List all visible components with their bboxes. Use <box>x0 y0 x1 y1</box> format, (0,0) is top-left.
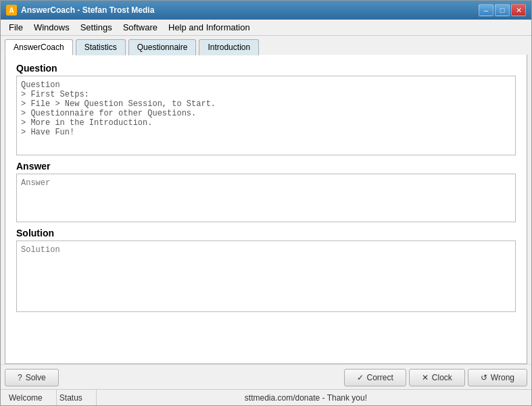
wrong-icon: ↺ <box>481 373 487 382</box>
question-section: Question <box>16 63 516 155</box>
solution-textarea[interactable] <box>16 240 516 312</box>
menu-bar: File Windows Settings Software Help and … <box>1 20 531 36</box>
tab-introduction[interactable]: Introduction <box>199 39 259 55</box>
title-bar: A AnswerCoach - Stefan Trost Media – □ ✕ <box>1 1 531 20</box>
answer-section: Answer <box>16 161 516 222</box>
answer-buttons: ✓ Correct ✕ Clock ↺ Wrong <box>344 369 528 386</box>
tab-answercoach[interactable]: AnswerCoach <box>5 39 73 55</box>
solve-icon: ? <box>18 373 22 382</box>
tab-questionnaire[interactable]: Questionnaire <box>128 39 197 55</box>
wrong-button[interactable]: ↺ Wrong <box>468 369 527 386</box>
status-bar: Welcome Status sttmedia.com/donate - Tha… <box>1 389 531 405</box>
button-bar: ? Solve ✓ Correct ✕ Clock ↺ Wrong <box>1 364 531 389</box>
menu-file[interactable]: File <box>3 21 28 34</box>
solution-section: Solution <box>16 228 516 312</box>
clock-button[interactable]: ✕ Clock <box>409 369 465 386</box>
app-icon: A <box>6 5 17 16</box>
minimize-button[interactable]: – <box>479 4 493 16</box>
title-bar-buttons: – □ ✕ <box>479 4 526 16</box>
status-status: Status <box>57 390 97 405</box>
question-textarea[interactable] <box>16 76 516 155</box>
close-button[interactable]: ✕ <box>511 4 526 16</box>
solution-label: Solution <box>16 228 516 238</box>
question-label: Question <box>16 63 516 74</box>
main-content: Question Answer Solution <box>5 55 527 364</box>
title-bar-left: A AnswerCoach - Stefan Trost Media <box>6 5 154 16</box>
menu-windows[interactable]: Windows <box>28 21 75 34</box>
tab-statistics[interactable]: Statistics <box>76 39 126 55</box>
main-window: A AnswerCoach - Stefan Trost Media – □ ✕… <box>0 0 532 406</box>
window-title: AnswerCoach - Stefan Trost Media <box>21 5 154 15</box>
tab-bar: AnswerCoach Statistics Questionnaire Int… <box>1 36 531 55</box>
correct-button[interactable]: ✓ Correct <box>344 369 406 386</box>
answer-label: Answer <box>16 161 516 172</box>
answer-textarea[interactable] <box>16 174 516 222</box>
menu-software[interactable]: Software <box>118 21 163 34</box>
solve-button[interactable]: ? Solve <box>5 369 59 386</box>
status-welcome: Welcome <box>6 390 57 405</box>
menu-help[interactable]: Help and Information <box>163 21 256 34</box>
correct-icon: ✓ <box>357 373 364 382</box>
status-donate: sttmedia.com/donate - Thank you! <box>97 390 526 405</box>
maximize-button[interactable]: □ <box>495 4 510 16</box>
clock-icon: ✕ <box>422 373 429 382</box>
menu-settings[interactable]: Settings <box>75 21 118 34</box>
